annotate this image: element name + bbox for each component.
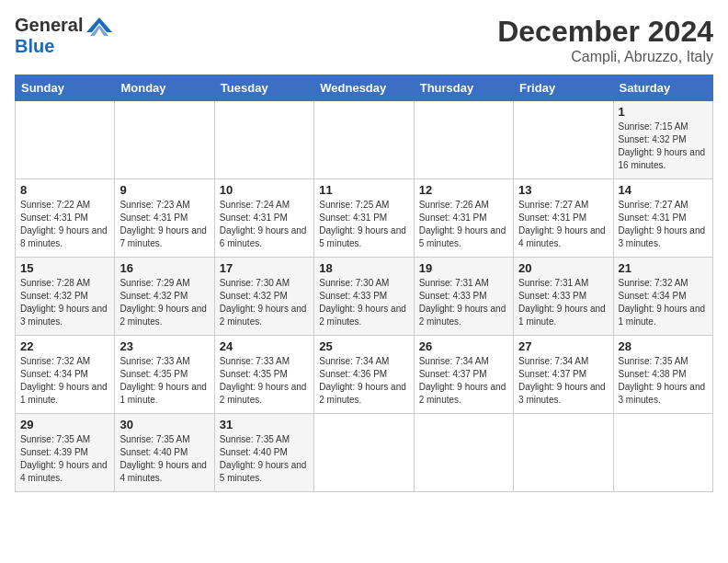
logo-blue: Blue <box>15 36 112 57</box>
calendar-cell: 1 Sunrise: 7:15 AM Sunset: 4:32 PM Dayli… <box>613 101 712 179</box>
header-saturday: Saturday <box>613 75 712 101</box>
day-number: 10 <box>220 183 309 197</box>
day-number: 14 <box>619 183 708 197</box>
calendar-cell: 9 Sunrise: 7:23 AM Sunset: 4:31 PM Dayli… <box>115 179 214 258</box>
header-monday: Monday <box>115 75 214 101</box>
calendar-cell: 21 Sunrise: 7:32 AM Sunset: 4:34 PM Dayl… <box>613 258 712 336</box>
day-info: Sunrise: 7:33 AM Sunset: 4:35 PM Dayligh… <box>119 355 209 407</box>
day-info: Sunrise: 7:35 AM Sunset: 4:39 PM Dayligh… <box>20 433 109 485</box>
day-info: Sunrise: 7:22 AM Sunset: 4:31 PM Dayligh… <box>20 199 109 250</box>
calendar-cell <box>514 101 613 179</box>
day-number: 24 <box>220 339 309 353</box>
day-info: Sunrise: 7:29 AM Sunset: 4:32 PM Dayligh… <box>119 277 209 328</box>
calendar-cell <box>514 414 613 492</box>
day-number: 12 <box>419 183 508 197</box>
day-number: 1 <box>619 105 708 119</box>
day-number: 9 <box>119 183 209 197</box>
day-number: 16 <box>119 261 209 275</box>
calendar-cell: 31 Sunrise: 7:35 AM Sunset: 4:40 PM Dayl… <box>214 414 313 492</box>
day-info: Sunrise: 7:32 AM Sunset: 4:34 PM Dayligh… <box>619 277 708 328</box>
calendar-cell: 17 Sunrise: 7:30 AM Sunset: 4:32 PM Dayl… <box>214 258 313 336</box>
day-info: Sunrise: 7:28 AM Sunset: 4:32 PM Dayligh… <box>20 277 109 328</box>
day-info: Sunrise: 7:34 AM Sunset: 4:37 PM Dayligh… <box>518 355 608 407</box>
day-number: 23 <box>119 339 209 353</box>
calendar-cell: 15 Sunrise: 7:28 AM Sunset: 4:32 PM Dayl… <box>16 258 115 336</box>
day-info: Sunrise: 7:34 AM Sunset: 4:36 PM Dayligh… <box>319 355 408 407</box>
day-number: 28 <box>619 339 708 353</box>
day-number: 15 <box>20 261 109 275</box>
day-number: 29 <box>20 418 109 431</box>
day-info: Sunrise: 7:33 AM Sunset: 4:35 PM Dayligh… <box>220 355 309 407</box>
logo-general: General <box>15 15 83 36</box>
calendar-cell <box>613 414 712 492</box>
calendar-cell <box>16 101 115 179</box>
day-info: Sunrise: 7:27 AM Sunset: 4:31 PM Dayligh… <box>518 199 608 250</box>
calendar-cell <box>414 101 513 179</box>
day-number: 27 <box>518 339 608 353</box>
calendar-cell: 14 Sunrise: 7:27 AM Sunset: 4:31 PM Dayl… <box>613 179 712 258</box>
calendar-cell <box>314 101 414 179</box>
calendar-header-row: SundayMondayTuesdayWednesdayThursdayFrid… <box>16 75 713 101</box>
calendar-cell <box>214 101 313 179</box>
day-info: Sunrise: 7:25 AM Sunset: 4:31 PM Dayligh… <box>319 199 408 250</box>
day-info: Sunrise: 7:24 AM Sunset: 4:31 PM Dayligh… <box>220 199 309 250</box>
calendar-cell: 29 Sunrise: 7:35 AM Sunset: 4:39 PM Dayl… <box>16 414 115 492</box>
day-info: Sunrise: 7:31 AM Sunset: 4:33 PM Dayligh… <box>518 277 608 328</box>
day-info: Sunrise: 7:35 AM Sunset: 4:40 PM Dayligh… <box>220 433 309 485</box>
day-info: Sunrise: 7:27 AM Sunset: 4:31 PM Dayligh… <box>619 199 708 250</box>
calendar-cell <box>314 414 414 492</box>
day-number: 25 <box>319 339 408 353</box>
calendar-cell: 22 Sunrise: 7:32 AM Sunset: 4:34 PM Dayl… <box>16 336 115 414</box>
day-number: 13 <box>518 183 608 197</box>
calendar-cell: 8 Sunrise: 7:22 AM Sunset: 4:31 PM Dayli… <box>16 179 115 258</box>
logo: General Blue <box>15 15 112 57</box>
day-info: Sunrise: 7:30 AM Sunset: 4:32 PM Dayligh… <box>220 277 309 328</box>
calendar-cell: 11 Sunrise: 7:25 AM Sunset: 4:31 PM Dayl… <box>314 179 414 258</box>
calendar-cell: 13 Sunrise: 7:27 AM Sunset: 4:31 PM Dayl… <box>514 179 613 258</box>
calendar-table: SundayMondayTuesdayWednesdayThursdayFrid… <box>15 75 713 492</box>
day-number: 17 <box>220 261 309 275</box>
day-number: 21 <box>619 261 708 275</box>
day-info: Sunrise: 7:30 AM Sunset: 4:33 PM Dayligh… <box>319 277 408 328</box>
calendar-cell: 19 Sunrise: 7:31 AM Sunset: 4:33 PM Dayl… <box>414 258 513 336</box>
calendar-cell: 18 Sunrise: 7:30 AM Sunset: 4:33 PM Dayl… <box>314 258 414 336</box>
day-info: Sunrise: 7:31 AM Sunset: 4:33 PM Dayligh… <box>419 277 508 328</box>
header-friday: Friday <box>514 75 613 101</box>
day-number: 19 <box>419 261 508 275</box>
calendar-cell: 30 Sunrise: 7:35 AM Sunset: 4:40 PM Dayl… <box>115 414 214 492</box>
calendar-week-3: 15 Sunrise: 7:28 AM Sunset: 4:32 PM Dayl… <box>16 258 713 336</box>
calendar-cell: 26 Sunrise: 7:34 AM Sunset: 4:37 PM Dayl… <box>414 336 513 414</box>
calendar-cell: 28 Sunrise: 7:35 AM Sunset: 4:38 PM Dayl… <box>613 336 712 414</box>
day-info: Sunrise: 7:15 AM Sunset: 4:32 PM Dayligh… <box>619 121 708 172</box>
calendar-cell: 27 Sunrise: 7:34 AM Sunset: 4:37 PM Dayl… <box>514 336 613 414</box>
calendar-week-5: 29 Sunrise: 7:35 AM Sunset: 4:39 PM Dayl… <box>16 414 713 492</box>
header-tuesday: Tuesday <box>214 75 313 101</box>
page-header: General Blue December 2024 Campli, Abruz… <box>15 15 713 65</box>
title-block: December 2024 Campli, Abruzzo, Italy <box>497 15 713 65</box>
day-info: Sunrise: 7:35 AM Sunset: 4:40 PM Dayligh… <box>119 433 209 485</box>
day-number: 20 <box>518 261 608 275</box>
header-wednesday: Wednesday <box>314 75 414 101</box>
day-number: 26 <box>419 339 508 353</box>
calendar-cell: 12 Sunrise: 7:26 AM Sunset: 4:31 PM Dayl… <box>414 179 513 258</box>
calendar-cell <box>115 101 214 179</box>
day-info: Sunrise: 7:34 AM Sunset: 4:37 PM Dayligh… <box>419 355 508 407</box>
calendar-cell: 10 Sunrise: 7:24 AM Sunset: 4:31 PM Dayl… <box>214 179 313 258</box>
calendar-week-2: 8 Sunrise: 7:22 AM Sunset: 4:31 PM Dayli… <box>16 179 713 258</box>
calendar-cell: 16 Sunrise: 7:29 AM Sunset: 4:32 PM Dayl… <box>115 258 214 336</box>
calendar-cell: 20 Sunrise: 7:31 AM Sunset: 4:33 PM Dayl… <box>514 258 613 336</box>
calendar-cell: 24 Sunrise: 7:33 AM Sunset: 4:35 PM Dayl… <box>214 336 313 414</box>
month-title: December 2024 <box>497 15 713 49</box>
day-number: 11 <box>319 183 408 197</box>
calendar-week-4: 22 Sunrise: 7:32 AM Sunset: 4:34 PM Dayl… <box>16 336 713 414</box>
day-info: Sunrise: 7:35 AM Sunset: 4:38 PM Dayligh… <box>619 355 708 407</box>
day-number: 18 <box>319 261 408 275</box>
day-info: Sunrise: 7:32 AM Sunset: 4:34 PM Dayligh… <box>20 355 109 407</box>
calendar-cell: 25 Sunrise: 7:34 AM Sunset: 4:36 PM Dayl… <box>314 336 414 414</box>
logo-icon <box>86 16 112 36</box>
day-number: 8 <box>20 183 109 197</box>
day-number: 22 <box>20 339 109 353</box>
calendar-week-1: 1 Sunrise: 7:15 AM Sunset: 4:32 PM Dayli… <box>16 101 713 179</box>
location-title: Campli, Abruzzo, Italy <box>497 49 713 65</box>
header-thursday: Thursday <box>414 75 513 101</box>
